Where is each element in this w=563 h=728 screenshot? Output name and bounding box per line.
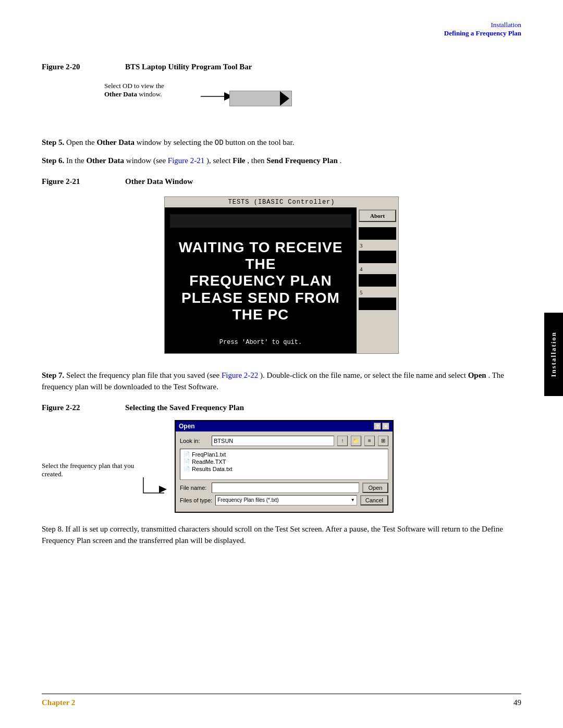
file-item-1[interactable]: FreqPlan1.txt bbox=[182, 451, 386, 458]
fig22-filetype-select[interactable]: Frequency Plan files (*.txt) ▼ bbox=[215, 495, 357, 505]
page-container: Installation Defining a Frequency Plan I… bbox=[0, 0, 563, 728]
step-5-text2: window by selecting the bbox=[137, 138, 215, 146]
figure-21-title: Other Data Window bbox=[125, 177, 193, 186]
fig22-filetype-label: Files of type: bbox=[180, 497, 212, 503]
figure-20-title: BTS Laptop Utility Program Tool Bar bbox=[125, 63, 252, 71]
fig20-callout-bold: Other Data bbox=[104, 90, 137, 98]
fig22-close-btn[interactable]: × bbox=[382, 423, 389, 430]
figure-22-label: Figure 2-22 bbox=[42, 403, 125, 412]
step-6-text5: . bbox=[340, 156, 342, 165]
fig21-waiting-text: WAITING TO RECEIVE THE FREQUENCY PLAN PL… bbox=[170, 239, 351, 323]
fig21-press-text: Press 'Abort' to quit. bbox=[219, 339, 302, 346]
step-7: Step 7. Select the frequency plan file t… bbox=[42, 369, 521, 393]
figure-21-heading: Figure 2-21 Other Data Window bbox=[42, 177, 521, 186]
fig22-callout-text: Select the frequency plan that you creat… bbox=[42, 462, 134, 478]
fig22-lookin-value: BTSUN bbox=[214, 438, 233, 444]
figure-20-label: Figure 2-20 bbox=[42, 63, 125, 71]
fig21-bar-4 bbox=[359, 298, 396, 310]
figure-21-window: TESTS (IBASIC Controller) WAITING TO REC… bbox=[164, 196, 399, 354]
fig22-lookin-input[interactable]: BTSUN bbox=[212, 436, 334, 446]
fig22-body: Look in: BTSUN ↑ 📁 ≡ ⊞ FreqPlan1.txt bbox=[176, 431, 393, 512]
fig21-title-bar: TESTS (IBASIC Controller) bbox=[165, 197, 398, 207]
step-7-text1: Select the frequency plan file that you … bbox=[66, 371, 222, 379]
step-6-label: Step 6. bbox=[42, 156, 64, 165]
fig20-toolbar bbox=[229, 91, 292, 106]
footer-chapter-label: Chapter bbox=[42, 698, 69, 707]
step-8-text: If all is set up correctly, transmitted … bbox=[42, 525, 503, 545]
step-5-text1: Open the bbox=[66, 138, 96, 146]
fig21-main: WAITING TO RECEIVE THE FREQUENCY PLAN PL… bbox=[165, 207, 398, 353]
fig22-title-controls: ? × bbox=[374, 423, 389, 430]
fig21-bar-3 bbox=[359, 274, 396, 287]
fig22-callout-arrow bbox=[141, 475, 172, 498]
installation-side-tab: Installation bbox=[544, 313, 563, 396]
file-name-3: Results Data.txt bbox=[192, 466, 232, 472]
footer-page-num: 49 bbox=[513, 698, 521, 707]
file-item-3[interactable]: Results Data.txt bbox=[182, 465, 386, 473]
fig22-title-bar: Open ? × bbox=[176, 421, 393, 431]
footer-chapter-num: 2 bbox=[71, 698, 76, 707]
fig21-right-panel: Abort 3 4 5 bbox=[357, 207, 398, 353]
step-6-text1: In the bbox=[66, 156, 86, 165]
fig21-abort-btn[interactable]: Abort bbox=[359, 209, 396, 222]
fig22-filetype-value: Frequency Plan files (*.txt) bbox=[217, 497, 278, 503]
figure-22-heading: Figure 2-22 Selecting the Saved Frequenc… bbox=[42, 403, 521, 412]
step-8-label: Step 8. bbox=[42, 525, 64, 533]
step-6-figure-link[interactable]: Figure 2-21 bbox=[168, 156, 204, 165]
fig22-callout: Select the frequency plan that you creat… bbox=[42, 462, 136, 478]
step-7-text2: ). Double-click on the file name, or sel… bbox=[260, 371, 468, 379]
step-5-mono: OD bbox=[215, 139, 224, 147]
fig22-dialog: Open ? × Look in: BTSUN ↑ 📁 ≡ ⊞ bbox=[175, 420, 394, 513]
side-tab-label: Installation bbox=[549, 331, 558, 377]
fig20-triangle bbox=[280, 91, 289, 106]
step-5-bold1: Other Data bbox=[96, 138, 134, 146]
fig20-callout-text1: Select OD to view the bbox=[104, 82, 164, 90]
file-name-2: ReadMe.TXT bbox=[192, 459, 226, 465]
step-6-text3: ), select bbox=[206, 156, 232, 165]
fig22-list-btn[interactable]: ≡ bbox=[364, 436, 375, 446]
file-item-2[interactable]: ReadMe.TXT bbox=[182, 458, 386, 465]
fig22-filename-input[interactable] bbox=[212, 483, 359, 493]
svg-marker-2 bbox=[159, 486, 167, 493]
step-6-bold3: Send Frequency Plan bbox=[266, 156, 337, 165]
fig21-label-5: 5 bbox=[357, 289, 398, 295]
fig20-callout: Select OD to view the Other Data window. bbox=[104, 82, 164, 98]
figure-21-container: TESTS (IBASIC Controller) WAITING TO REC… bbox=[42, 191, 521, 359]
file-name-1: FreqPlan1.txt bbox=[192, 451, 226, 458]
fig22-filename-row: File name: Open bbox=[180, 483, 388, 493]
header-breadcrumb: Installation Defining a Frequency Plan bbox=[444, 21, 521, 38]
page-footer: Chapter 2 49 bbox=[42, 694, 521, 707]
fig22-open-btn[interactable]: Open bbox=[362, 483, 388, 493]
fig22-question-btn[interactable]: ? bbox=[374, 423, 381, 430]
fig21-top-bar bbox=[170, 214, 351, 228]
step-7-bold1: Open bbox=[468, 371, 486, 379]
fig21-bar-2 bbox=[359, 251, 396, 263]
fig22-filelist: FreqPlan1.txt ReadMe.TXT Results Data.tx… bbox=[180, 449, 388, 480]
fig22-up-btn[interactable]: ↑ bbox=[337, 436, 348, 446]
fig22-new-folder-btn[interactable]: 📁 bbox=[351, 436, 361, 446]
fig21-left-panel: WAITING TO RECEIVE THE FREQUENCY PLAN PL… bbox=[165, 207, 357, 353]
step-5: Step 5. Open the Other Data window by se… bbox=[42, 137, 521, 149]
step-5-text3: button on the tool bar. bbox=[225, 138, 294, 146]
figure-20-area: Select OD to view the Other Data window. bbox=[42, 79, 521, 126]
step-5-label: Step 5. bbox=[42, 138, 64, 146]
fig22-dialog-title: Open bbox=[179, 423, 195, 430]
fig22-detail-btn[interactable]: ⊞ bbox=[378, 436, 388, 446]
waiting-line3: PLEASE SEND FROM THE PC bbox=[170, 290, 351, 323]
defining-frequency-plan-link[interactable]: Defining a Frequency Plan bbox=[444, 29, 521, 38]
figure-22-title: Selecting the Saved Frequency Plan bbox=[125, 403, 244, 412]
fig22-filetype-row: Files of type: Frequency Plan files (*.t… bbox=[180, 495, 388, 505]
step-6: Step 6. In the Other Data window (see Fi… bbox=[42, 155, 521, 167]
waiting-line1: WAITING TO RECEIVE THE bbox=[170, 239, 351, 273]
fig21-bar-1 bbox=[359, 227, 396, 240]
fig22-lookin-label: Look in: bbox=[180, 438, 209, 444]
step-7-figure-link[interactable]: Figure 2-22 bbox=[222, 371, 258, 379]
fig21-title-text: TESTS (IBASIC Controller) bbox=[228, 199, 335, 206]
installation-link[interactable]: Installation bbox=[444, 21, 521, 29]
step-6-text4: , then bbox=[247, 156, 266, 165]
step-7-label: Step 7. bbox=[42, 371, 64, 379]
fig21-label-3: 3 bbox=[357, 242, 398, 249]
footer-chapter: Chapter 2 bbox=[42, 698, 75, 707]
fig22-cancel-btn[interactable]: Cancel bbox=[360, 495, 388, 505]
step-6-text2: window (see bbox=[126, 156, 168, 165]
